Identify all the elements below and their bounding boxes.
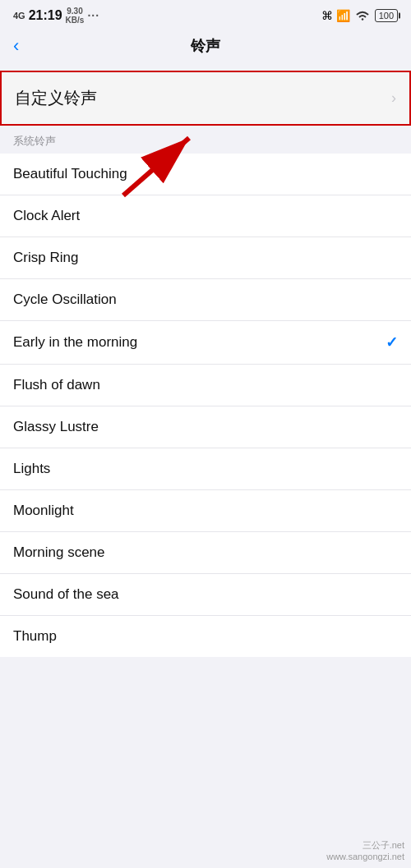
status-left: 4G 21:19 9.30KB/s ··· xyxy=(13,7,99,25)
wifi-signal-icon xyxy=(355,10,370,21)
signal-indicator: 4G xyxy=(13,11,25,21)
status-bar: 4G 21:19 9.30KB/s ··· ⌘ 📶 100 xyxy=(0,0,411,30)
selected-checkmark: ✓ xyxy=(386,333,398,351)
wifi-icon: ⌘ 📶 xyxy=(321,9,350,22)
ringtone-item[interactable]: Cycle Oscillation xyxy=(0,279,411,321)
back-button[interactable]: ‹ xyxy=(13,35,19,57)
custom-ringtone-label: 自定义铃声 xyxy=(15,87,97,109)
ringtone-list: Beautiful TouchingClock AlertCrisp RingC… xyxy=(0,154,411,657)
ringtone-item[interactable]: Thump xyxy=(0,616,411,657)
ringtone-name: Morning scene xyxy=(13,544,105,561)
ringtone-item[interactable]: Crisp Ring xyxy=(0,237,411,279)
ringtone-item[interactable]: Moonlight xyxy=(0,490,411,532)
page-header: ‹ 铃声 xyxy=(0,30,411,64)
ringtone-item[interactable]: Beautiful Touching xyxy=(0,154,411,195)
watermark: 三公子.net www.sangongzi.net xyxy=(326,839,404,861)
custom-ringtone-chevron: › xyxy=(391,90,396,107)
ringtone-item[interactable]: Flush of dawn xyxy=(0,365,411,406)
ringtone-name: Sound of the sea xyxy=(13,586,119,603)
battery-level: 100 xyxy=(379,11,394,21)
ringtone-name: Glassy Lustre xyxy=(13,419,99,435)
status-right: ⌘ 📶 100 xyxy=(321,9,398,22)
ringtone-item[interactable]: Glassy Lustre xyxy=(0,406,411,448)
custom-ringtone-item[interactable]: 自定义铃声 › xyxy=(2,72,409,124)
ringtone-item[interactable]: Early in the morning✓ xyxy=(0,321,411,365)
ringtone-name: Lights xyxy=(13,461,50,477)
ringtone-name: Flush of dawn xyxy=(13,377,100,393)
ringtone-name: Cycle Oscillation xyxy=(13,292,117,308)
watermark-line1: 三公子.net xyxy=(326,839,404,852)
watermark-line2: www.sangongzi.net xyxy=(326,852,404,861)
page-title: 铃声 xyxy=(191,36,220,56)
section-label: 系统铃声 xyxy=(0,126,411,154)
ringtone-item[interactable]: Lights xyxy=(0,448,411,490)
ringtone-name: Beautiful Touching xyxy=(13,166,127,182)
ringtone-item[interactable]: Clock Alert xyxy=(0,195,411,237)
ringtone-name: Crisp Ring xyxy=(13,250,78,266)
time-display: 21:19 xyxy=(29,8,62,23)
more-dots: ··· xyxy=(87,9,99,22)
network-speed: 9.30KB/s xyxy=(66,7,85,25)
ringtone-item[interactable]: Sound of the sea xyxy=(0,574,411,616)
custom-ringtone-section: 自定义铃声 › xyxy=(0,71,411,126)
ringtone-name: Early in the morning xyxy=(13,334,137,351)
ringtone-name: Thump xyxy=(13,628,57,645)
ringtone-item[interactable]: Morning scene xyxy=(0,532,411,574)
battery-indicator: 100 xyxy=(375,9,398,22)
ringtone-name: Moonlight xyxy=(13,503,74,519)
ringtone-name: Clock Alert xyxy=(13,208,80,224)
